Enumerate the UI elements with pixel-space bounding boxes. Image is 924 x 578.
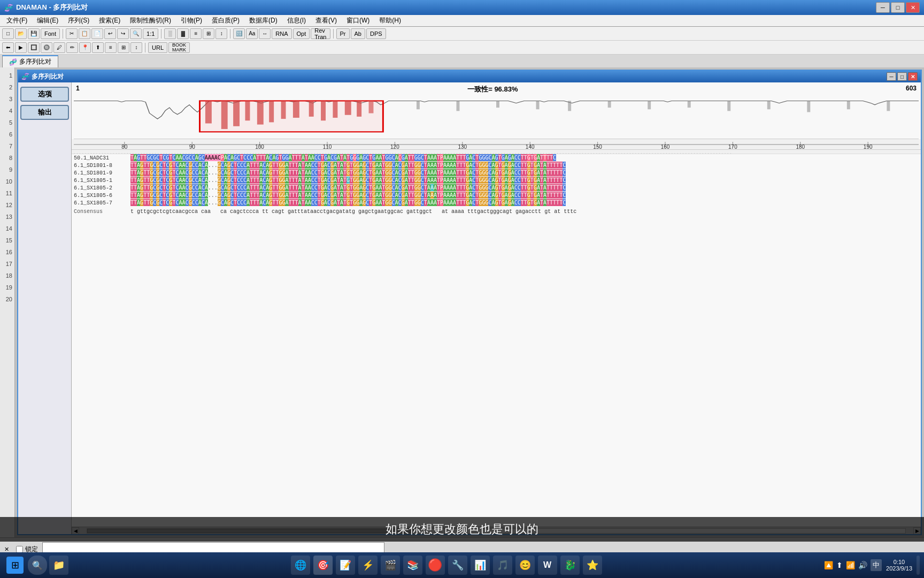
menu-primer[interactable]: 引物(P) (176, 15, 206, 26)
tb2-e[interactable]: 🖊 (53, 42, 65, 53)
btn-f[interactable]: 🔠 (233, 28, 245, 39)
btn-c[interactable]: ≡ (190, 28, 202, 39)
options-button[interactable]: 选项 (20, 87, 69, 102)
taskbar-books[interactable]: 📚 (403, 556, 422, 575)
svg-rect-21 (608, 101, 611, 108)
btn-h[interactable]: ↔ (259, 28, 271, 39)
clock-date: 2023/9/13 (886, 565, 912, 572)
tray-network[interactable]: 📶 (846, 561, 855, 569)
btn-e[interactable]: ↕ (215, 28, 227, 39)
app-title: DNAMAN - 多序列比对 (16, 3, 88, 12)
svg-rect-8 (281, 101, 286, 119)
tray-lang[interactable]: 中 (871, 559, 882, 571)
taskbar-browser[interactable]: 🌐 (291, 556, 310, 575)
tb2-h[interactable]: ⬆ (92, 42, 104, 53)
url-btn[interactable]: URL (148, 42, 167, 53)
menu-help[interactable]: 帮助(H) (375, 15, 405, 26)
menu-restriction[interactable]: 限制性酶切(R) (126, 15, 175, 26)
btn-g[interactable]: Aa (246, 28, 258, 39)
taskbar-target[interactable]: 🎯 (313, 556, 333, 575)
svg-rect-10 (309, 101, 314, 116)
tb2-a[interactable]: ⬅ (2, 42, 14, 53)
pr-btn[interactable]: Pr (336, 28, 350, 39)
dps-btn[interactable]: DPS (366, 28, 386, 39)
taskbar-files[interactable]: 📁 (49, 556, 68, 575)
menu-database[interactable]: 数据库(D) (245, 15, 282, 26)
tray-icon-1[interactable]: 🔼 (824, 561, 833, 569)
book-btn[interactable]: BOOKMARK (168, 42, 190, 53)
new-btn[interactable]: □ (2, 28, 14, 39)
row-1: 1 (0, 70, 14, 81)
tb2-i[interactable]: ≡ (105, 42, 117, 53)
taskbar-red[interactable]: 🔴 (426, 556, 445, 575)
taskbar-tool[interactable]: 🔧 (448, 556, 467, 575)
rna-btn[interactable]: RNA (272, 28, 291, 39)
start-button[interactable]: ⊞ (4, 554, 26, 576)
inner-close[interactable]: ✕ (908, 72, 918, 81)
menu-search[interactable]: 搜索(E) (95, 15, 125, 26)
svg-rect-7 (269, 101, 274, 122)
taskbar-face[interactable]: 😊 (515, 556, 535, 575)
cut-btn[interactable]: ✂ (66, 28, 78, 39)
save-btn[interactable]: 💾 (28, 28, 40, 39)
menu-sequence[interactable]: 序列(S) (64, 15, 94, 26)
menu-protein[interactable]: 蛋白质(P) (207, 15, 244, 26)
menu-edit[interactable]: 编辑(E) (33, 15, 63, 26)
tray-volume[interactable]: 🔊 (858, 561, 867, 569)
window-controls: ─ □ ✕ (876, 2, 920, 13)
inner-minimize[interactable]: ─ (887, 72, 896, 81)
tb2-k[interactable]: ↕ (130, 42, 142, 53)
menu-window[interactable]: 窗口(W) (342, 15, 374, 26)
btn-b[interactable]: ▓ (177, 28, 189, 39)
taskbar-dragon[interactable]: 🐉 (560, 556, 580, 575)
copy-btn[interactable]: 📋 (79, 28, 90, 39)
tb2-g[interactable]: 📍 (79, 42, 91, 53)
open-btn[interactable]: 📂 (15, 28, 27, 39)
minimize-button[interactable]: ─ (876, 2, 890, 13)
tray-icon-2[interactable]: ⬆ (836, 561, 843, 569)
search-btn[interactable]: 🔍 (130, 28, 142, 39)
time-display: 0:10 2023/9/13 (886, 559, 912, 572)
taskbar-w[interactable]: W (538, 556, 557, 575)
svg-text:150: 150 (593, 144, 602, 150)
btn-d[interactable]: ⊞ (203, 28, 214, 39)
taskbar-music[interactable]: 🎵 (493, 556, 512, 575)
taskbar-center: 🌐 🎯 📝 ⚡ 🎬 📚 🔴 🔧 📊 🎵 😊 W 🐉 ⭐ (71, 556, 822, 575)
undo-btn[interactable]: ↩ (104, 28, 116, 39)
row-17: 17 (0, 258, 14, 270)
zoom-btn[interactable]: 1:1 (143, 28, 158, 39)
row-8: 8 (0, 152, 14, 164)
ab-btn[interactable]: Ab (351, 28, 365, 39)
tb2-c[interactable]: 🔲 (28, 42, 40, 53)
tb2-d[interactable]: 🔘 (41, 42, 52, 53)
sequence-area[interactable]: 50.1_NADC31 TAGTTGCGCTCGTCAACGCCAGCAAAAC… (72, 154, 921, 527)
tb2-b[interactable]: ▶ (15, 42, 27, 53)
taskbar-video[interactable]: 🎬 (381, 556, 400, 575)
paste-btn[interactable]: 📄 (91, 28, 103, 39)
export-button[interactable]: 输出 (20, 105, 69, 120)
maximize-button[interactable]: □ (891, 2, 905, 13)
rev-btn[interactable]: RevTran (311, 28, 330, 39)
end-position: 603 (906, 85, 917, 92)
close-button[interactable]: ✕ (906, 2, 920, 13)
menu-view[interactable]: 查看(V) (311, 15, 341, 26)
redo-btn[interactable]: ↪ (117, 28, 129, 39)
inner-maximize[interactable]: □ (897, 72, 907, 81)
taskbar-star[interactable]: ⭐ (583, 556, 602, 575)
svg-rect-23 (688, 101, 691, 108)
tb2-j[interactable]: ⊞ (118, 42, 129, 53)
menu-file[interactable]: 文件(F) (2, 15, 32, 26)
font-btn[interactable]: Font (41, 28, 60, 39)
tb2-f[interactable]: ✏ (66, 42, 78, 53)
btn-a[interactable]: ░ (164, 28, 176, 39)
taskbar-text[interactable]: 📝 (336, 556, 355, 575)
seq-name-7: 6.1_SX1805-7 (72, 200, 130, 206)
taskbar-lightning[interactable]: ⚡ (358, 556, 378, 575)
opt-btn[interactable]: Opt (293, 28, 310, 39)
taskbar-search[interactable]: 🔍 (28, 556, 47, 575)
conservation-graph[interactable] (74, 96, 919, 139)
main-tab[interactable]: 🧬 多序列比对 (2, 55, 58, 67)
menu-info[interactable]: 信息(I) (283, 15, 310, 26)
taskbar-chart[interactable]: 📊 (471, 556, 490, 575)
show-desktop-btn[interactable] (917, 556, 920, 575)
